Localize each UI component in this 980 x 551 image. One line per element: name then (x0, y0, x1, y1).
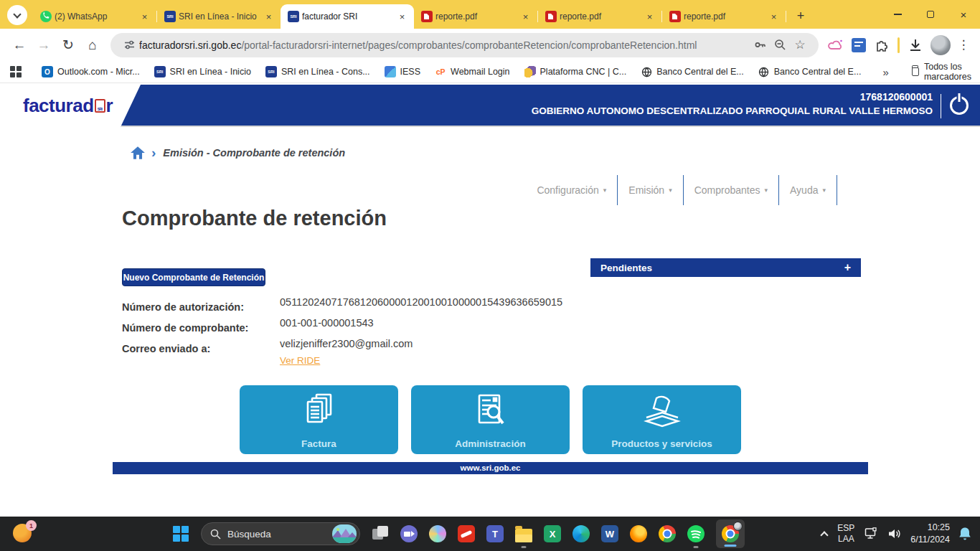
bookmark-bce-1[interactable]: Banco Central del E... (641, 66, 744, 77)
word-button[interactable]: W (595, 518, 624, 550)
tray-app-shortcut[interactable]: 1 (13, 524, 33, 544)
close-icon[interactable]: × (644, 11, 656, 23)
bookmark-cnc[interactable]: Plataforma CNC | C... (524, 66, 627, 77)
teams-icon: T (486, 525, 504, 542)
bookmark-label: IESS (400, 67, 421, 77)
zoom-app-button[interactable] (395, 518, 423, 550)
tile-factura[interactable]: Factura (240, 385, 398, 454)
logout-power-icon[interactable] (950, 96, 969, 115)
password-key-icon[interactable] (750, 35, 770, 55)
notification-bell-icon[interactable] (958, 527, 971, 541)
minimize-button[interactable] (881, 0, 914, 29)
all-bookmarks-button[interactable]: Todos los marcadores (912, 62, 976, 82)
bookmark-bce-2[interactable]: Banco Central del E... (758, 66, 862, 77)
taskbar-center: Búsqueda T X W (166, 517, 745, 551)
tab-label: (2) WhatsApp (55, 11, 136, 22)
tile-label: Administración (455, 438, 525, 449)
taskbar-clock[interactable]: 10:25 6/11/2024 (910, 522, 950, 546)
bookmark-star-icon[interactable]: ☆ (790, 35, 810, 55)
taskview-icon (372, 526, 388, 542)
close-icon[interactable]: × (263, 11, 275, 23)
bookmark-label: Webmail Login (451, 67, 509, 77)
pdf-reader-icon (458, 525, 475, 542)
tile-productos-servicios[interactable]: Productos y servicios (583, 385, 741, 454)
nav-configuracion[interactable]: Configuración▾ (526, 175, 617, 205)
admin-search-icon (471, 392, 511, 431)
network-icon[interactable] (864, 527, 879, 540)
weather-extension-icon[interactable] (824, 33, 847, 57)
bookmark-sri-inicio[interactable]: SRISRI en Línea - Inicio (154, 66, 251, 77)
teams-button[interactable]: T (481, 518, 509, 550)
maximize-button[interactable] (914, 0, 947, 29)
pendientes-panel-header[interactable]: Pendientes + (590, 258, 861, 277)
cnc-icon (524, 66, 536, 77)
excel-button[interactable]: X (538, 518, 567, 550)
expand-plus-icon[interactable]: + (844, 261, 851, 274)
field-label: Número de comprobante: (122, 322, 248, 334)
new-retention-voucher-button[interactable]: Nuevo Comprobante de Retención (122, 268, 265, 286)
bookmark-label: Banco Central del E... (774, 67, 862, 77)
logo-text-suffix: r (106, 95, 113, 117)
chrome-button[interactable] (653, 518, 682, 550)
pdf-app-button[interactable] (452, 518, 481, 550)
back-button[interactable]: ← (7, 33, 32, 57)
bookmark-iess[interactable]: IESS (385, 66, 421, 77)
profile-avatar[interactable] (930, 35, 951, 55)
bookmark-webmail[interactable]: cPWebmail Login (435, 66, 509, 77)
tab-whatsapp[interactable]: (2) WhatsApp × (33, 4, 156, 29)
extensions-puzzle-icon[interactable] (870, 33, 893, 57)
forward-button[interactable]: → (32, 33, 56, 57)
outlook-icon: O (42, 66, 53, 77)
start-button[interactable] (166, 518, 195, 550)
home-button[interactable]: ⌂ (80, 33, 105, 57)
bookmark-outlook[interactable]: OOutlook.com - Micr... (42, 66, 140, 77)
tile-administracion[interactable]: Administración (411, 385, 570, 454)
tray-chevron-up-icon[interactable] (821, 531, 829, 539)
copilot-button[interactable] (423, 518, 452, 550)
spotify-button[interactable] (682, 518, 710, 550)
apps-grid-icon[interactable] (10, 66, 22, 77)
close-icon[interactable]: × (396, 11, 408, 23)
address-bar[interactable]: facturadorsri.sri.gob.ec/portal-facturad… (110, 33, 819, 57)
close-icon[interactable]: × (519, 11, 532, 23)
home-icon[interactable] (130, 146, 146, 160)
tab-search-button[interactable] (7, 5, 27, 25)
bookmark-label: Plataforma CNC | C... (540, 67, 627, 77)
tab-reporte-pdf-1[interactable]: reporte.pdf × (414, 4, 537, 29)
site-header: facturadSRIr 1768120600001 GOBIERNO AUTO… (0, 85, 980, 127)
tab-label: reporte.pdf (684, 11, 765, 22)
site-info-icon[interactable] (119, 35, 139, 55)
folder-icon (515, 529, 532, 542)
input-language[interactable]: ESP LAA (837, 523, 854, 545)
tab-facturador-active[interactable]: SRI facturador SRI × (281, 4, 414, 29)
close-icon[interactable]: × (138, 11, 151, 23)
reload-button[interactable]: ↻ (56, 33, 80, 57)
nav-emision[interactable]: Emisión▾ (618, 175, 682, 205)
close-icon[interactable]: × (768, 11, 780, 23)
translate-icon[interactable] (847, 33, 870, 57)
nav-comprobantes[interactable]: Comprobantes▾ (684, 175, 778, 205)
firefox-button[interactable] (624, 518, 653, 550)
field-row: Correo enviado a: velizjeniffer2300@gmai… (0, 338, 574, 357)
taskbar-search[interactable]: Búsqueda (201, 522, 360, 545)
nav-ayuda[interactable]: Ayuda▾ (779, 175, 837, 205)
new-tab-button[interactable]: + (791, 6, 811, 26)
taskview-button[interactable] (366, 518, 395, 550)
edge-button[interactable] (567, 518, 595, 550)
tab-reporte-pdf-2[interactable]: reporte.pdf × (538, 4, 661, 29)
logo-sri-doc-icon: SRI (95, 99, 105, 113)
tab-reporte-pdf-3[interactable]: reporte.pdf × (662, 4, 786, 29)
bookmarks-overflow-icon[interactable]: » (882, 66, 888, 78)
volume-icon[interactable] (887, 528, 902, 540)
chrome-active-window-button[interactable] (716, 519, 745, 548)
zoom-out-icon[interactable] (770, 35, 790, 55)
tab-sri-inicio[interactable]: SRI SRI en Línea - Inicio × (157, 4, 281, 29)
browser-menu-icon[interactable]: ⋮ (954, 37, 973, 52)
file-explorer-button[interactable] (509, 518, 538, 550)
downloads-icon[interactable] (904, 33, 927, 57)
facturador-logo: facturadSRIr (23, 95, 113, 117)
bookmark-sri-consultas[interactable]: SRISRI en Línea - Cons... (265, 66, 370, 77)
close-window-button[interactable]: × (947, 0, 980, 29)
sri-favicon: SRI (265, 66, 277, 77)
ver-ride-link[interactable]: Ver RIDE (280, 355, 320, 366)
